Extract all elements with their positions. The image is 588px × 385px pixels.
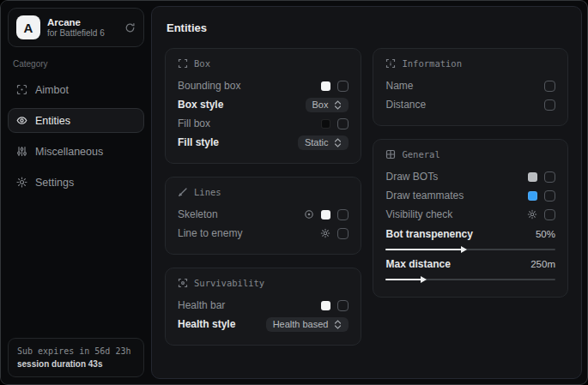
setting-row-skeleton: Skeleton <box>178 205 349 224</box>
row-controls <box>304 209 349 220</box>
brand-text: Arcane for Battlefield 6 <box>47 16 118 39</box>
lines-card: Lines Skeleton <box>165 177 361 255</box>
box-card-header: Box <box>178 58 349 69</box>
refresh-icon[interactable] <box>124 22 136 33</box>
chevron-up-down-icon <box>334 320 342 329</box>
row-controls <box>527 209 555 220</box>
right-column: Information Name Distance <box>373 48 568 298</box>
gear-icon <box>16 177 27 188</box>
color-swatch[interactable] <box>321 81 330 91</box>
card-title: Box <box>194 58 210 69</box>
visibility-check-checkbox[interactable] <box>544 209 555 220</box>
box-style-dropdown[interactable]: Box <box>306 98 349 112</box>
setting-label: Fill style <box>178 136 219 148</box>
color-swatch[interactable] <box>528 191 537 201</box>
survivability-card: Survivability Health bar Health style He… <box>165 268 361 346</box>
setting-label: Health style <box>178 318 235 330</box>
draw-teammates-checkbox[interactable] <box>544 190 555 202</box>
category-label: Category <box>8 59 144 69</box>
lines-card-header: Lines <box>178 187 349 197</box>
row-controls <box>321 300 349 311</box>
setting-label: Bounding box <box>178 80 240 92</box>
heart-brackets-icon <box>178 278 188 288</box>
setting-row-health-bar: Health bar <box>178 296 349 315</box>
bot-transparency-setting: Bot transpenency 50% <box>385 226 555 250</box>
slider-fill[interactable] <box>385 279 421 280</box>
setting-row-fill-style: Fill style Static <box>178 133 349 152</box>
slider-value: 250m <box>530 259 555 269</box>
focus-circle-icon[interactable] <box>304 209 314 220</box>
setting-row-draw-bots: Draw BOTs <box>385 167 555 186</box>
scan-brackets-icon <box>178 58 188 69</box>
chevron-up-down-icon <box>334 100 342 110</box>
app-logo: A <box>16 15 40 39</box>
gear-icon[interactable] <box>320 228 330 238</box>
setting-label: Skeleton <box>178 208 218 220</box>
survivability-card-header: Survivability <box>178 278 349 288</box>
card-title: Survivability <box>194 278 264 288</box>
setting-label: Draw BOTs <box>385 171 438 183</box>
setting-row-health-style: Health style Health based <box>178 315 349 334</box>
health-bar-checkbox[interactable] <box>337 300 349 311</box>
sub-expiry-text: Sub expires in 56d 23h <box>17 345 135 358</box>
setting-row-box-style: Box style Box <box>178 95 349 114</box>
setting-label: Box style <box>178 99 223 111</box>
row-controls <box>321 81 349 92</box>
app-name: Arcane <box>47 16 118 28</box>
row-controls <box>321 118 349 129</box>
max-distance-setting: Max distance 250m <box>385 256 555 280</box>
general-card-header: General <box>385 149 555 159</box>
color-swatch[interactable] <box>528 172 537 182</box>
main-panel: Entities Box Bounding box <box>151 6 582 379</box>
color-swatch[interactable] <box>321 119 330 129</box>
sidebar: A Arcane for Battlefield 6 Category <box>1 1 151 384</box>
row-controls <box>528 190 555 202</box>
card-title: General <box>402 149 439 159</box>
row-controls <box>320 228 349 239</box>
card-title: Information <box>402 58 462 69</box>
information-card: Information Name Distance <box>373 48 568 126</box>
page-title: Entities <box>167 21 567 34</box>
card-columns: Box Bounding box Box style Box <box>165 48 568 346</box>
setting-row-distance: Distance <box>385 95 555 114</box>
setting-label: Bot transpenency <box>385 228 472 240</box>
setting-row-bounding-box: Bounding box <box>178 76 349 95</box>
setting-label: Max distance <box>385 258 450 270</box>
skeleton-checkbox[interactable] <box>337 209 349 220</box>
distance-checkbox[interactable] <box>544 99 555 111</box>
row-controls <box>544 99 555 111</box>
sidebar-item-settings[interactable]: Settings <box>8 170 144 195</box>
bounding-box-checkbox[interactable] <box>337 81 349 92</box>
draw-bots-checkbox[interactable] <box>544 171 555 183</box>
slider-value: 50% <box>536 229 555 239</box>
setting-row-draw-teammates: Draw teammates <box>385 186 555 205</box>
max-distance-slider[interactable] <box>385 279 555 280</box>
name-checkbox[interactable] <box>544 81 555 92</box>
dropdown-value: Box <box>312 99 329 110</box>
sidebar-item-label: Settings <box>35 177 74 189</box>
sidebar-item-miscellaneous[interactable]: Miscellaneous <box>8 139 144 164</box>
row-controls <box>528 171 555 183</box>
color-swatch[interactable] <box>321 301 330 310</box>
setting-row-name: Name <box>385 76 555 95</box>
sidebar-item-label: Aimbot <box>35 84 69 96</box>
sidebar-item-aimbot[interactable]: Aimbot <box>8 77 144 102</box>
grid-icon <box>385 149 396 159</box>
setting-label: Name <box>385 80 413 92</box>
fill-box-checkbox[interactable] <box>337 118 349 129</box>
setting-label: Visibility check <box>385 208 452 220</box>
information-card-header: Information <box>385 58 555 69</box>
sidebar-item-entities[interactable]: Entities <box>8 108 144 133</box>
setting-label: Distance <box>385 99 426 111</box>
color-swatch[interactable] <box>321 210 330 220</box>
setting-label: Draw teammates <box>385 189 464 202</box>
dropdown-value: Health based <box>273 319 329 329</box>
slider-fill[interactable] <box>385 249 462 250</box>
setting-label: Fill box <box>178 117 210 129</box>
sidebar-item-label: Miscellaneous <box>35 146 103 158</box>
gear-icon[interactable] <box>527 209 537 220</box>
line-to-enemy-checkbox[interactable] <box>337 228 349 239</box>
health-style-dropdown[interactable]: Health based <box>266 317 349 332</box>
bot-transparency-slider[interactable] <box>385 249 555 250</box>
fill-style-dropdown[interactable]: Static <box>298 135 349 150</box>
